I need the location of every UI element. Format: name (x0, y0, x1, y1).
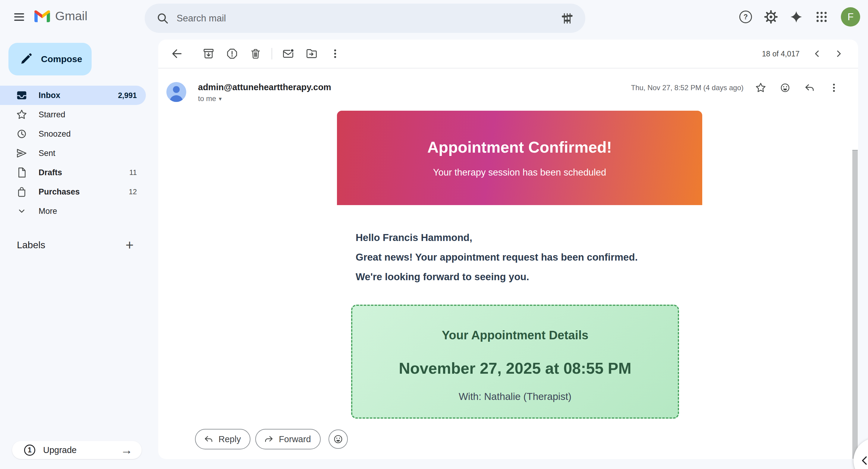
gemini-sparkle-icon (789, 10, 803, 24)
email-text: Hello Francis Hammond, Great news! Your … (337, 228, 702, 287)
gear-icon (764, 10, 778, 24)
folder-move-icon (306, 48, 318, 60)
chevron-left-icon (859, 455, 868, 467)
search-icon (156, 12, 169, 25)
more-options-button[interactable] (323, 42, 347, 65)
draft-icon (16, 167, 28, 179)
star-button[interactable] (750, 77, 772, 99)
sidebar-nav: Inbox 2,991 Starred Snoozed (0, 86, 146, 221)
sidebar-item-label: Inbox (38, 91, 60, 100)
confirmation-banner: Appointment Confirmed! Your therapy sess… (337, 111, 702, 205)
sidebar-item-count: 11 (129, 168, 137, 177)
search-button[interactable] (152, 7, 174, 29)
upgrade-button[interactable]: 1 Upgrade → (12, 441, 142, 459)
delete-button[interactable] (244, 42, 267, 65)
details-datetime: November 27, 2025 at 08:55 PM (352, 359, 678, 377)
closing-line: We're looking forward to seeing you. (355, 267, 702, 287)
search-options-button[interactable] (556, 7, 578, 29)
email-view-card: 18 of 4,017 admin@attuneheartther (158, 39, 858, 459)
create-label-button[interactable]: + (121, 236, 138, 253)
sidebar-item-label: More (38, 207, 57, 216)
forward-label: Forward (279, 434, 311, 444)
recipient-row[interactable]: to me ▾ (198, 94, 331, 103)
greeting-line: Hello Francis Hammond, (355, 228, 702, 247)
back-arrow-icon (170, 47, 183, 60)
settings-button[interactable] (758, 4, 784, 30)
emoji-reaction-button[interactable] (774, 77, 796, 99)
labels-section: Labels + (17, 235, 138, 255)
recipient-label: to me (198, 94, 216, 103)
gmail-header: Gmail ? (0, 0, 868, 34)
smiley-icon (333, 434, 344, 445)
back-button[interactable] (165, 42, 188, 65)
chevron-left-icon (813, 49, 822, 58)
reply-arrow-icon (204, 434, 214, 444)
email-body: Appointment Confirmed! Your therapy sess… (337, 111, 702, 419)
sidebar-item-snoozed[interactable]: Snoozed (0, 124, 146, 144)
email-meta: Thu, Nov 27, 8:52 PM (4 days ago) (631, 77, 845, 99)
clock-icon (16, 128, 28, 140)
star-icon (16, 109, 28, 121)
forward-button[interactable]: Forward (255, 429, 320, 449)
show-details-icon: ▾ (219, 95, 222, 102)
compose-button[interactable]: Compose (8, 43, 92, 76)
tune-icon (561, 12, 574, 25)
report-spam-icon (226, 48, 238, 60)
sidebar-item-sent[interactable]: Sent (0, 144, 146, 163)
pagination: 18 of 4,017 (762, 43, 849, 64)
plus-icon: + (126, 237, 134, 253)
apps-grid-button[interactable] (809, 4, 834, 30)
search-bar (145, 4, 585, 33)
sidebar: Compose Inbox 2,991 Starred (0, 34, 154, 469)
sender-email: admin@attunehearttherapy.com (198, 82, 331, 92)
pencil-icon (19, 53, 33, 66)
hamburger-icon (14, 13, 24, 21)
reply-arrow-icon (804, 82, 815, 93)
shopping-bag-icon (16, 186, 28, 198)
sidebar-item-purchases[interactable]: Purchases 12 (0, 182, 146, 202)
main-menu-button[interactable] (9, 7, 29, 27)
add-reaction-button[interactable] (329, 430, 348, 449)
details-title: Your Appointment Details (352, 328, 678, 342)
inbox-icon (16, 89, 28, 101)
sidebar-item-label: Purchases (38, 187, 80, 197)
chevron-right-icon (834, 49, 843, 58)
mail-unread-icon (282, 48, 294, 60)
gemini-button[interactable] (784, 4, 809, 30)
archive-button[interactable] (197, 42, 220, 65)
sidebar-item-more[interactable]: More (0, 202, 146, 221)
help-button[interactable]: ? (733, 4, 758, 30)
move-to-button[interactable] (300, 42, 323, 65)
sender-avatar[interactable] (166, 82, 186, 102)
mark-unread-button[interactable] (276, 42, 300, 65)
details-therapist: With: Nathalie (Therapist) (352, 391, 678, 402)
person-icon (166, 82, 186, 102)
older-email-button[interactable] (828, 43, 849, 64)
chevron-down-icon (16, 205, 28, 217)
report-spam-button[interactable] (220, 42, 244, 65)
upgrade-label: Upgrade (43, 445, 76, 455)
reply-label: Reply (218, 434, 241, 444)
banner-subtitle: Your therapy session has been scheduled (433, 167, 606, 178)
toolbar-divider (272, 48, 272, 59)
search-input[interactable] (177, 13, 556, 24)
scrollbar-thumb[interactable] (852, 150, 858, 459)
newer-email-button[interactable] (807, 43, 828, 64)
send-icon (16, 147, 28, 159)
sidebar-item-count: 2,991 (118, 91, 137, 100)
compose-label: Compose (41, 54, 82, 64)
account-avatar[interactable]: F (841, 7, 860, 27)
sidebar-item-starred[interactable]: Starred (0, 105, 146, 124)
reply-icon-button[interactable] (799, 77, 820, 99)
forward-arrow-icon (264, 434, 274, 444)
message-more-button[interactable] (823, 77, 845, 99)
sidebar-item-label: Sent (38, 149, 56, 158)
banner-title: Appointment Confirmed! (427, 138, 612, 156)
reply-button[interactable]: Reply (195, 429, 250, 449)
gmail-logo[interactable]: Gmail (34, 9, 87, 23)
sidebar-item-count: 12 (129, 187, 137, 196)
star-outline-icon (755, 82, 767, 93)
sidebar-item-drafts[interactable]: Drafts 11 (0, 163, 146, 182)
sidebar-item-inbox[interactable]: Inbox 2,991 (0, 86, 146, 105)
help-icon: ? (739, 10, 752, 23)
